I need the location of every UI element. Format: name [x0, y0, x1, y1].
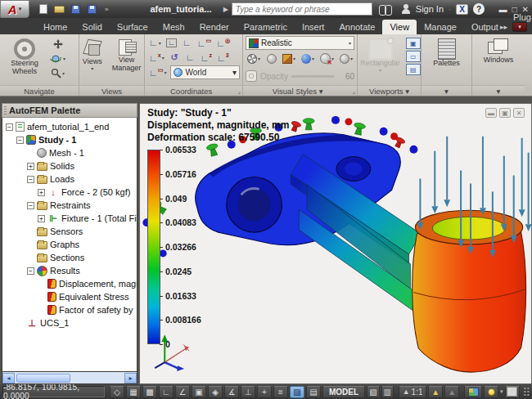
- save-as-button[interactable]: [85, 3, 99, 16]
- textures-button[interactable]: ▾: [281, 52, 297, 65]
- xray-opacity-icon[interactable]: [246, 70, 257, 82]
- expand-icon[interactable]: +: [38, 215, 45, 222]
- tree-item-factor-of-safety-by[interactable]: Factor of safety by: [2, 303, 137, 316]
- view-manager-button[interactable]: View Manager: [110, 37, 144, 85]
- status-menu-arrow[interactable]: ▾: [500, 388, 503, 395]
- join-viewports-button[interactable]: ▭: [406, 51, 421, 62]
- collapse-icon[interactable]: −: [16, 137, 24, 144]
- panel-label-coordinates[interactable]: Coordinates⌟: [145, 85, 242, 96]
- scrollbar-thumb[interactable]: [16, 374, 70, 383]
- transparency-toggle[interactable]: ▨: [290, 386, 304, 398]
- model-space-button[interactable]: MODEL: [322, 386, 365, 398]
- panel-label-views[interactable]: Views: [79, 85, 144, 96]
- tree-item-sensors[interactable]: Sensors: [2, 225, 137, 238]
- steering-wheels-button[interactable]: Steering Wheels: [2, 37, 47, 85]
- tree-item-mesh-1[interactable]: Mesh - 1: [2, 146, 137, 159]
- panel-label-palettes[interactable]: ▾: [422, 85, 471, 96]
- dynamic-input-toggle[interactable]: +: [257, 386, 272, 398]
- dynamic-ucs-toggle[interactable]: ⊥: [241, 386, 255, 398]
- tree-item-force-2-50-kgf[interactable]: +↓Force - 2 (50 kgf): [2, 186, 137, 199]
- ucs-x-button[interactable]: ∟x▾: [147, 51, 166, 65]
- viewport-rectangular-button[interactable]: Rectangular ▾: [358, 37, 403, 85]
- tree-item-restraints[interactable]: −Restraints: [2, 199, 137, 212]
- shadows-button[interactable]: ▾: [318, 52, 336, 65]
- tabs-overflow-icon[interactable]: ▸▸: [500, 23, 507, 31]
- lineweight-toggle[interactable]: ≡: [273, 386, 288, 398]
- help-button[interactable]: ?: [473, 3, 485, 15]
- tree-item-equivalent-stress[interactable]: Equivalent Stress: [2, 290, 137, 303]
- expand-icon[interactable]: +: [38, 189, 45, 196]
- collapse-icon[interactable]: −: [27, 202, 34, 209]
- tab-render[interactable]: Render: [192, 20, 237, 34]
- visual-style-dropdown[interactable]: Realistic ▾: [246, 36, 354, 50]
- viewport-close-button[interactable]: ✕: [513, 108, 525, 118]
- palettes-button[interactable]: Palettes: [431, 37, 462, 85]
- ucs-origin-button[interactable]: ∟▭▾: [147, 65, 168, 79]
- tree-item-study-1[interactable]: −Study - 1: [2, 133, 137, 146]
- palette-title-bar[interactable]: AutoFEM Palette: [2, 103, 138, 118]
- tree-item-graphs[interactable]: Graphs: [2, 238, 137, 251]
- ucs-z-button[interactable]: ∟z: [199, 51, 214, 65]
- tab-solid[interactable]: Solid: [74, 20, 109, 34]
- tab-view[interactable]: View: [382, 20, 417, 34]
- exchange-apps-button[interactable]: X: [456, 4, 468, 15]
- tab-surface[interactable]: Surface: [110, 20, 156, 34]
- drawing-quickview-button[interactable]: ▥: [381, 386, 394, 398]
- tree-item-solids[interactable]: +Solids: [2, 159, 137, 173]
- expand-icon[interactable]: +: [27, 163, 34, 170]
- ucs-object-button[interactable]: ∟: [183, 51, 197, 65]
- collapse-icon[interactable]: −: [27, 176, 34, 183]
- ortho-mode-toggle[interactable]: ∟: [159, 386, 174, 398]
- save-button[interactable]: [69, 3, 83, 16]
- application-menu-button[interactable]: A ▾: [0, 0, 29, 18]
- panel-label-windows[interactable]: ▾: [472, 85, 525, 96]
- viewport-minimize-button[interactable]: ▬: [485, 108, 497, 118]
- search-binoculars-icon[interactable]: [379, 5, 392, 14]
- panel-label-navigate[interactable]: Navigate: [0, 85, 79, 96]
- collapse-icon[interactable]: −: [27, 267, 34, 275]
- windows-button[interactable]: Windows: [481, 37, 516, 85]
- tree-item-ucs-1[interactable]: ⊥UCS_1: [2, 316, 137, 330]
- search-expand-arrow[interactable]: ▶: [223, 6, 228, 13]
- zoom-extents-button[interactable]: ▾: [48, 66, 67, 80]
- ucs-icon-show-button[interactable]: ∟▾: [147, 36, 163, 50]
- ucs-view-button[interactable]: ∟◎: [214, 36, 232, 50]
- tab-manage[interactable]: Manage: [417, 20, 464, 34]
- named-viewports-button[interactable]: ▣: [406, 38, 421, 49]
- ucs-3point-button[interactable]: ∟3: [215, 51, 231, 65]
- orbit-button[interactable]: ▾: [48, 52, 67, 65]
- edge-style-button[interactable]: [264, 52, 278, 65]
- grid-display-toggle[interactable]: ▩: [142, 386, 157, 398]
- object-snap-toggle[interactable]: ▣: [192, 386, 206, 398]
- qat-overflow-button[interactable]: »: [105, 6, 107, 13]
- tab-insert[interactable]: Insert: [295, 20, 332, 34]
- resize-grip[interactable]: [523, 387, 530, 397]
- tree-item-sections[interactable]: Sections: [2, 251, 137, 264]
- ucs-world-dropdown[interactable]: World ▾: [170, 65, 240, 79]
- tab-parametric[interactable]: Parametric: [237, 20, 295, 34]
- annotation-scale-button[interactable]: ▲ 1:1: [399, 386, 426, 398]
- quick-properties-toggle[interactable]: ▤: [306, 386, 321, 398]
- layout-quickview-button[interactable]: ▧: [367, 386, 379, 398]
- polar-tracking-toggle[interactable]: ∠: [175, 386, 190, 398]
- ucs-undo-button[interactable]: ↺: [168, 51, 182, 65]
- infer-constraints-toggle[interactable]: ◇: [110, 386, 124, 398]
- 3d-object-snap-toggle[interactable]: ◈: [208, 386, 223, 398]
- panel-label-visual-styles[interactable]: Visual Styles ▾⌟: [243, 85, 357, 96]
- new-drawing-button[interactable]: [36, 3, 50, 16]
- viewport-configuration-button[interactable]: ▤: [406, 64, 421, 75]
- open-button[interactable]: [52, 3, 66, 16]
- viewport-restore-button[interactable]: ▣: [499, 108, 511, 118]
- annotation-autoscale-button[interactable]: ▲: [444, 386, 459, 398]
- materials-button[interactable]: ▾: [300, 52, 316, 65]
- drawing-viewport[interactable]: Study: "Study - 1" Displacement, magnitu…: [139, 103, 532, 384]
- opacity-slider[interactable]: [291, 75, 335, 78]
- face-style-button[interactable]: ▾: [246, 52, 262, 65]
- tree-item-results[interactable]: −Results: [2, 264, 137, 277]
- tab-home[interactable]: Home: [36, 20, 74, 34]
- ucs-previous-button[interactable]: ∟: [180, 36, 194, 50]
- scroll-right-arrow[interactable]: ▸: [124, 373, 137, 383]
- snap-mode-toggle[interactable]: ▦: [126, 386, 141, 398]
- collapse-icon[interactable]: −: [6, 123, 13, 131]
- annotation-visibility-button[interactable]: ▲: [428, 386, 443, 398]
